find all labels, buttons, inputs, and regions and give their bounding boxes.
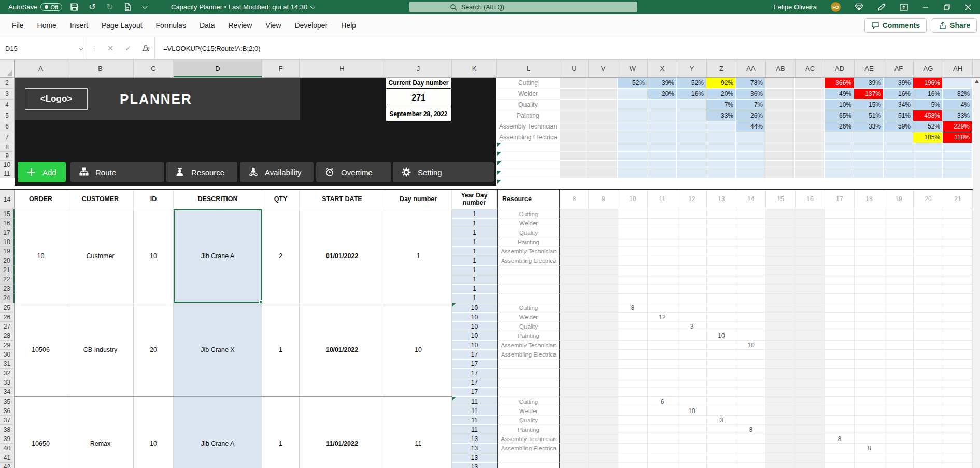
- hours-cell-AH[interactable]: [943, 313, 973, 322]
- hours-cell-AA[interactable]: [736, 434, 766, 444]
- hours-cell-W[interactable]: [618, 341, 648, 350]
- resource-cell[interactable]: [497, 388, 560, 397]
- hours-cell-X[interactable]: [648, 434, 677, 444]
- hours-cell-AG[interactable]: [914, 406, 943, 416]
- hours-cell-Z[interactable]: [707, 228, 736, 237]
- resource-cell[interactable]: Quality: [497, 322, 560, 331]
- capacity-cell-AB2[interactable]: [765, 78, 795, 89]
- capacity-cell-W9[interactable]: [618, 152, 647, 161]
- year-day-cell[interactable]: 10: [452, 322, 497, 331]
- capacity-cell-AB5[interactable]: [765, 110, 795, 121]
- hours-cell-AF[interactable]: [884, 294, 914, 303]
- hours-cell-W[interactable]: [618, 425, 648, 434]
- hours-cell-AD[interactable]: [825, 209, 855, 219]
- hours-cell-AD[interactable]: [825, 406, 855, 416]
- hours-cell-Y[interactable]: [677, 247, 707, 256]
- hours-cell-AF[interactable]: [884, 285, 914, 294]
- hours-cell-AF[interactable]: [884, 406, 914, 416]
- resource-cell[interactable]: Assembling Electrica: [497, 256, 560, 265]
- document-title[interactable]: Capacity Planner • Last Modified: qui at…: [171, 0, 315, 14]
- capacity-cell-AA5[interactable]: 26%: [736, 110, 765, 121]
- year-day-cell[interactable]: 11: [452, 406, 497, 416]
- hours-cell-Y[interactable]: [677, 237, 707, 247]
- add-button[interactable]: Add: [18, 162, 66, 182]
- editing-pen-icon[interactable]: [877, 3, 886, 11]
- hours-cell-V[interactable]: [589, 369, 618, 378]
- hours-cell-U[interactable]: [560, 434, 589, 444]
- capacity-cell-AG7[interactable]: 105%: [913, 132, 943, 143]
- capacity-cell-V2[interactable]: [588, 78, 618, 89]
- start-date-cell[interactable]: 01/01/2022: [300, 209, 385, 303]
- hours-cell-AB[interactable]: [766, 285, 796, 294]
- day-header-13[interactable]: 13: [707, 190, 736, 209]
- capacity-cell-AG11[interactable]: [913, 169, 943, 178]
- hours-cell-AG[interactable]: [914, 256, 943, 265]
- capacity-cell-U3[interactable]: [560, 89, 588, 100]
- hours-cell-Y[interactable]: [677, 266, 707, 275]
- hours-cell-Y[interactable]: [677, 331, 707, 341]
- hours-cell-X[interactable]: [648, 406, 677, 416]
- resource-cell[interactable]: [497, 378, 560, 388]
- hours-cell-AA[interactable]: [736, 453, 766, 463]
- tab-help[interactable]: Help: [334, 14, 363, 37]
- hours-cell-W[interactable]: [618, 237, 648, 247]
- hours-cell-AG[interactable]: [914, 247, 943, 256]
- hours-cell-AA[interactable]: [736, 237, 766, 247]
- hours-cell-Y[interactable]: 10: [677, 406, 707, 416]
- hours-cell-Y[interactable]: [677, 378, 707, 388]
- hours-cell-V[interactable]: [589, 228, 618, 237]
- hours-cell-U[interactable]: [560, 303, 589, 313]
- confirm-entry-icon[interactable]: ✓: [119, 44, 137, 52]
- hours-cell-Z[interactable]: [707, 350, 736, 359]
- capacity-cell-W3[interactable]: [618, 89, 647, 100]
- capacity-cell-AE7[interactable]: [854, 132, 884, 143]
- hours-cell-U[interactable]: [560, 350, 589, 359]
- resource-cell[interactable]: [497, 463, 560, 468]
- hours-cell-Y[interactable]: [677, 219, 707, 228]
- year-day-cell[interactable]: 17: [452, 388, 497, 397]
- hours-cell-AC[interactable]: [796, 247, 825, 256]
- row-header-11[interactable]: 11: [0, 169, 15, 178]
- hours-cell-W[interactable]: [618, 275, 648, 285]
- capacity-cell-AG6[interactable]: 52%: [913, 121, 943, 132]
- capacity-cell-AD9[interactable]: [825, 152, 854, 161]
- hours-cell-X[interactable]: [648, 219, 677, 228]
- description-cell[interactable]: Jib Crane X: [174, 303, 262, 396]
- hours-cell-Z[interactable]: [707, 406, 736, 416]
- hours-cell-AE[interactable]: [855, 463, 884, 468]
- hours-cell-AC[interactable]: [796, 444, 825, 453]
- hours-cell-V[interactable]: [589, 219, 618, 228]
- row-header-4[interactable]: 4: [0, 100, 15, 110]
- hours-cell-Y[interactable]: [677, 444, 707, 453]
- hours-cell-AA[interactable]: [736, 313, 766, 322]
- column-header-J[interactable]: J: [385, 60, 452, 77]
- capacity-cell-X4[interactable]: [647, 100, 677, 110]
- hours-cell-AB[interactable]: [766, 322, 796, 331]
- capacity-cell-Z3[interactable]: 20%: [706, 89, 736, 100]
- capacity-cell-AD5[interactable]: 65%: [825, 110, 854, 121]
- capacity-cell-AG8[interactable]: [913, 143, 943, 152]
- hours-cell-W[interactable]: [618, 294, 648, 303]
- capacity-cell-W11[interactable]: [618, 169, 647, 178]
- hours-cell-W[interactable]: [618, 453, 648, 463]
- hours-cell-U[interactable]: [560, 237, 589, 247]
- table-header-resource[interactable]: Resource: [497, 190, 560, 209]
- hours-cell-AG[interactable]: [914, 322, 943, 331]
- hours-cell-V[interactable]: [589, 285, 618, 294]
- capacity-cell-Z6[interactable]: [706, 121, 736, 132]
- column-header-C[interactable]: C: [134, 60, 174, 77]
- hours-cell-Z[interactable]: [707, 209, 736, 219]
- hours-cell-AC[interactable]: [796, 388, 825, 397]
- capacity-cell-AF5[interactable]: 51%: [884, 110, 913, 121]
- row-header-8[interactable]: 8: [0, 143, 15, 152]
- resource-cell[interactable]: Assembling Electrica: [497, 350, 560, 359]
- year-day-cell[interactable]: 1: [452, 275, 497, 285]
- hours-cell-U[interactable]: [560, 322, 589, 331]
- capacity-cell-V8[interactable]: [588, 143, 618, 152]
- hours-cell-AG[interactable]: [914, 294, 943, 303]
- hours-cell-AG[interactable]: [914, 350, 943, 359]
- hours-cell-AA[interactable]: [736, 247, 766, 256]
- hours-cell-AA[interactable]: [736, 463, 766, 468]
- hours-cell-AE[interactable]: 8: [855, 444, 884, 453]
- hours-cell-AE[interactable]: [855, 313, 884, 322]
